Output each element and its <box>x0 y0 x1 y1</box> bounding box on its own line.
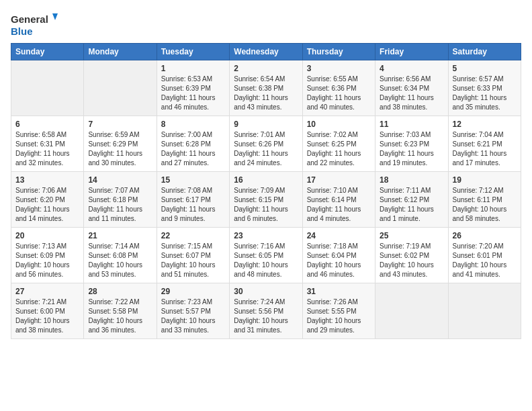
day-number: 21 <box>88 231 152 240</box>
calendar-cell: 26Sunrise: 7:20 AM Sunset: 6:01 PM Dayli… <box>448 228 521 283</box>
day-info: Sunrise: 7:21 AM Sunset: 6:00 PM Dayligh… <box>15 298 79 335</box>
column-header-tuesday: Tuesday <box>157 44 229 60</box>
day-number: 28 <box>88 287 152 296</box>
calendar-cell: 15Sunrise: 7:08 AM Sunset: 6:17 PM Dayli… <box>157 172 229 228</box>
day-number: 4 <box>380 64 443 73</box>
day-info: Sunrise: 7:19 AM Sunset: 6:02 PM Dayligh… <box>380 242 443 279</box>
day-number: 10 <box>307 120 371 129</box>
page-header: GeneralBlue <box>11 11 521 38</box>
day-number: 22 <box>161 231 225 240</box>
calendar-cell: 8Sunrise: 7:00 AM Sunset: 6:28 PM Daylig… <box>157 116 229 172</box>
day-info: Sunrise: 7:04 AM Sunset: 6:21 PM Dayligh… <box>453 130 517 168</box>
day-info: Sunrise: 7:03 AM Sunset: 6:23 PM Dayligh… <box>380 130 443 168</box>
day-info: Sunrise: 7:12 AM Sunset: 6:11 PM Dayligh… <box>453 186 517 224</box>
day-number: 20 <box>15 231 79 240</box>
day-info: Sunrise: 7:08 AM Sunset: 6:17 PM Dayligh… <box>161 186 225 224</box>
calendar-week-row: 13Sunrise: 7:06 AM Sunset: 6:20 PM Dayli… <box>11 172 521 228</box>
svg-text:Blue: Blue <box>11 26 33 37</box>
calendar-week-row: 27Sunrise: 7:21 AM Sunset: 6:00 PM Dayli… <box>11 283 521 339</box>
calendar-cell <box>84 60 157 116</box>
calendar-cell: 30Sunrise: 7:24 AM Sunset: 5:56 PM Dayli… <box>230 283 302 339</box>
day-number: 7 <box>88 120 152 129</box>
calendar-cell: 27Sunrise: 7:21 AM Sunset: 6:00 PM Dayli… <box>11 283 84 339</box>
calendar-cell: 31Sunrise: 7:26 AM Sunset: 5:55 PM Dayli… <box>302 283 375 339</box>
day-info: Sunrise: 6:58 AM Sunset: 6:31 PM Dayligh… <box>15 130 79 168</box>
day-number: 25 <box>380 231 443 240</box>
day-info: Sunrise: 7:26 AM Sunset: 5:55 PM Dayligh… <box>307 298 371 335</box>
calendar-cell: 21Sunrise: 7:14 AM Sunset: 6:08 PM Dayli… <box>84 228 157 283</box>
day-number: 18 <box>380 175 443 185</box>
day-info: Sunrise: 7:16 AM Sunset: 6:05 PM Dayligh… <box>234 242 298 279</box>
day-number: 3 <box>307 64 371 73</box>
day-info: Sunrise: 7:01 AM Sunset: 6:26 PM Dayligh… <box>234 130 298 168</box>
day-info: Sunrise: 7:13 AM Sunset: 6:09 PM Dayligh… <box>15 242 79 279</box>
column-header-monday: Monday <box>84 44 157 60</box>
day-info: Sunrise: 7:10 AM Sunset: 6:14 PM Dayligh… <box>307 186 371 224</box>
calendar-week-row: 6Sunrise: 6:58 AM Sunset: 6:31 PM Daylig… <box>11 116 521 172</box>
calendar-cell <box>11 60 84 116</box>
column-header-thursday: Thursday <box>302 44 375 60</box>
column-header-saturday: Saturday <box>448 44 521 60</box>
day-info: Sunrise: 7:11 AM Sunset: 6:12 PM Dayligh… <box>380 186 443 224</box>
svg-marker-2 <box>52 13 58 20</box>
calendar-cell: 25Sunrise: 7:19 AM Sunset: 6:02 PM Dayli… <box>375 228 448 283</box>
calendar-cell: 23Sunrise: 7:16 AM Sunset: 6:05 PM Dayli… <box>230 228 302 283</box>
calendar-cell: 12Sunrise: 7:04 AM Sunset: 6:21 PM Dayli… <box>448 116 521 172</box>
day-info: Sunrise: 7:00 AM Sunset: 6:28 PM Dayligh… <box>161 130 225 168</box>
calendar-cell: 29Sunrise: 7:23 AM Sunset: 5:57 PM Dayli… <box>157 283 229 339</box>
calendar-cell: 6Sunrise: 6:58 AM Sunset: 6:31 PM Daylig… <box>11 116 84 172</box>
calendar-cell: 16Sunrise: 7:09 AM Sunset: 6:15 PM Dayli… <box>230 172 302 228</box>
logo-svg: GeneralBlue <box>11 11 64 38</box>
calendar-cell: 28Sunrise: 7:22 AM Sunset: 5:58 PM Dayli… <box>84 283 157 339</box>
calendar-cell: 17Sunrise: 7:10 AM Sunset: 6:14 PM Dayli… <box>302 172 375 228</box>
day-number: 5 <box>453 64 517 73</box>
day-number: 15 <box>161 175 225 185</box>
day-info: Sunrise: 6:55 AM Sunset: 6:36 PM Dayligh… <box>307 75 371 112</box>
day-number: 2 <box>234 64 298 73</box>
calendar-cell: 7Sunrise: 6:59 AM Sunset: 6:29 PM Daylig… <box>84 116 157 172</box>
day-info: Sunrise: 7:18 AM Sunset: 6:04 PM Dayligh… <box>307 242 371 279</box>
day-number: 14 <box>88 175 152 185</box>
day-number: 13 <box>15 175 79 185</box>
calendar-cell: 13Sunrise: 7:06 AM Sunset: 6:20 PM Dayli… <box>11 172 84 228</box>
day-number: 11 <box>380 120 443 129</box>
calendar-cell: 18Sunrise: 7:11 AM Sunset: 6:12 PM Dayli… <box>375 172 448 228</box>
calendar-cell: 20Sunrise: 7:13 AM Sunset: 6:09 PM Dayli… <box>11 228 84 283</box>
calendar-week-row: 20Sunrise: 7:13 AM Sunset: 6:09 PM Dayli… <box>11 228 521 283</box>
day-number: 8 <box>161 120 225 129</box>
logo: GeneralBlue <box>11 11 64 38</box>
day-info: Sunrise: 7:02 AM Sunset: 6:25 PM Dayligh… <box>307 130 371 168</box>
day-info: Sunrise: 6:53 AM Sunset: 6:39 PM Dayligh… <box>161 75 225 112</box>
calendar-cell: 9Sunrise: 7:01 AM Sunset: 6:26 PM Daylig… <box>230 116 302 172</box>
day-number: 12 <box>453 120 517 129</box>
day-number: 27 <box>15 287 79 296</box>
calendar-cell: 1Sunrise: 6:53 AM Sunset: 6:39 PM Daylig… <box>157 60 229 116</box>
calendar-cell: 2Sunrise: 6:54 AM Sunset: 6:38 PM Daylig… <box>230 60 302 116</box>
day-info: Sunrise: 7:22 AM Sunset: 5:58 PM Dayligh… <box>88 298 152 335</box>
day-number: 26 <box>453 231 517 240</box>
day-number: 30 <box>234 287 298 296</box>
day-info: Sunrise: 7:14 AM Sunset: 6:08 PM Dayligh… <box>88 242 152 279</box>
calendar-cell: 22Sunrise: 7:15 AM Sunset: 6:07 PM Dayli… <box>157 228 229 283</box>
calendar-cell: 19Sunrise: 7:12 AM Sunset: 6:11 PM Dayli… <box>448 172 521 228</box>
day-number: 6 <box>15 120 79 129</box>
calendar-table: SundayMondayTuesdayWednesdayThursdayFrid… <box>11 43 521 339</box>
day-info: Sunrise: 7:15 AM Sunset: 6:07 PM Dayligh… <box>161 242 225 279</box>
calendar-header-row: SundayMondayTuesdayWednesdayThursdayFrid… <box>11 44 521 60</box>
day-info: Sunrise: 7:09 AM Sunset: 6:15 PM Dayligh… <box>234 186 298 224</box>
day-info: Sunrise: 7:23 AM Sunset: 5:57 PM Dayligh… <box>161 298 225 335</box>
day-info: Sunrise: 6:57 AM Sunset: 6:33 PM Dayligh… <box>453 75 517 112</box>
calendar-cell: 4Sunrise: 6:56 AM Sunset: 6:34 PM Daylig… <box>375 60 448 116</box>
calendar-cell: 5Sunrise: 6:57 AM Sunset: 6:33 PM Daylig… <box>448 60 521 116</box>
column-header-sunday: Sunday <box>11 44 84 60</box>
calendar-cell <box>375 283 448 339</box>
day-info: Sunrise: 6:59 AM Sunset: 6:29 PM Dayligh… <box>88 130 152 168</box>
day-info: Sunrise: 7:20 AM Sunset: 6:01 PM Dayligh… <box>453 242 517 279</box>
column-header-friday: Friday <box>375 44 448 60</box>
calendar-cell: 11Sunrise: 7:03 AM Sunset: 6:23 PM Dayli… <box>375 116 448 172</box>
calendar-cell <box>448 283 521 339</box>
column-header-wednesday: Wednesday <box>230 44 302 60</box>
svg-text:General: General <box>11 13 48 25</box>
day-number: 24 <box>307 231 371 240</box>
day-info: Sunrise: 6:54 AM Sunset: 6:38 PM Dayligh… <box>234 75 298 112</box>
